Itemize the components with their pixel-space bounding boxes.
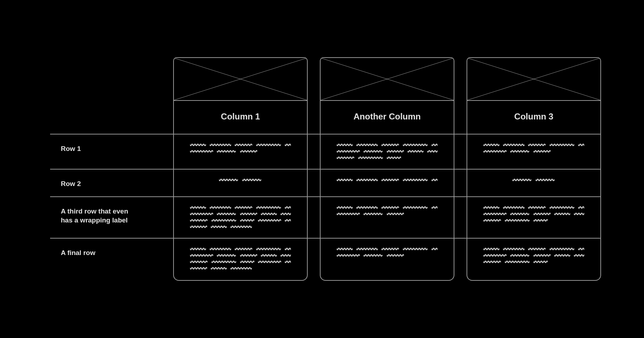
table-cell bbox=[467, 238, 600, 279]
table-cell bbox=[467, 134, 600, 169]
table-cell bbox=[174, 238, 307, 279]
row-label: A third row that even has a wrapping lab… bbox=[43, 198, 143, 239]
row-divider bbox=[50, 196, 601, 197]
table-cell bbox=[321, 134, 454, 169]
table-cell bbox=[321, 238, 454, 279]
table-cell bbox=[321, 196, 454, 238]
row-divider bbox=[50, 134, 601, 134]
image-placeholder bbox=[174, 58, 307, 101]
row-label: Row 2 bbox=[43, 170, 143, 198]
table-cell bbox=[174, 196, 307, 238]
table-cell bbox=[174, 169, 307, 196]
table-cell bbox=[174, 134, 307, 169]
column-title: Column 1 bbox=[174, 101, 307, 134]
row-divider bbox=[50, 238, 601, 239]
image-placeholder bbox=[467, 58, 600, 101]
table-cell bbox=[321, 169, 454, 196]
column-title: Another Column bbox=[321, 101, 454, 134]
table-cell bbox=[467, 169, 600, 196]
comparison-table: Row 1Row 2A third row that even has a wr… bbox=[43, 57, 601, 281]
row-label: Row 1 bbox=[43, 135, 143, 170]
row-divider bbox=[50, 169, 601, 170]
row-label: A final row bbox=[43, 239, 143, 281]
column-title: Column 3 bbox=[467, 101, 600, 134]
image-placeholder bbox=[321, 58, 454, 101]
table-cell bbox=[467, 196, 600, 238]
